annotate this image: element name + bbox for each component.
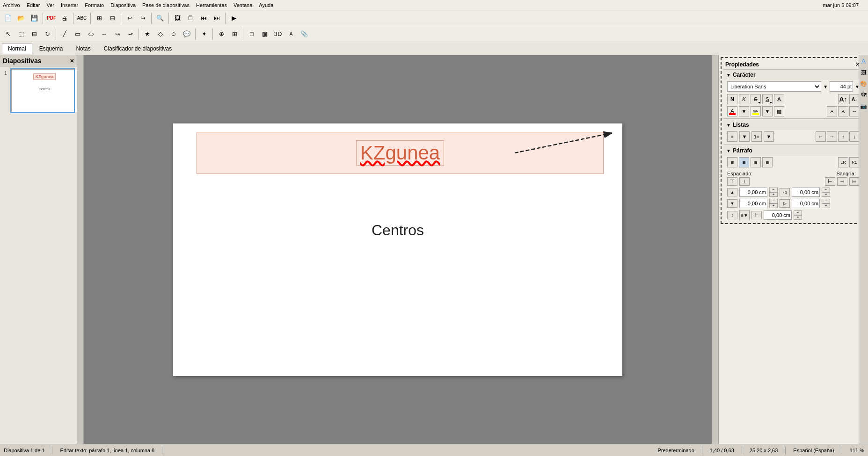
underline-button[interactable]: S ▼ (762, 94, 773, 104)
open-button[interactable]: 📂 (15, 12, 27, 24)
character-section-header[interactable]: ▼ Carácter (723, 70, 863, 80)
slide-dup-button[interactable]: 🗒 (184, 12, 197, 24)
tab-normal[interactable]: Normal (2, 43, 32, 54)
menu-diapositiva[interactable]: Diapositiva (110, 2, 136, 8)
increase-font-button[interactable]: A↑ (838, 94, 848, 104)
menu-herramientas[interactable]: Herramientas (196, 2, 227, 8)
sidebar-close-button[interactable]: × (70, 57, 74, 65)
indent-first-minus[interactable]: − (794, 210, 802, 215)
tab-esquema[interactable]: Esquema (33, 43, 69, 54)
spacing-button[interactable]: ↔ (849, 106, 860, 116)
align-tool[interactable]: ⊟ (28, 28, 40, 40)
unordered-dropdown[interactable]: ▼ (739, 131, 750, 142)
rtl-button[interactable]: RL (849, 157, 860, 167)
new-button[interactable]: 📄 (2, 12, 14, 24)
callout-tool[interactable]: 💬 (181, 28, 193, 40)
vscroll-left[interactable] (77, 55, 84, 444)
select-tool[interactable]: ↖ (2, 28, 14, 40)
spacing-above-plus[interactable]: + (769, 192, 778, 197)
image-properties-icon[interactable]: 🖼 (860, 68, 868, 77)
rect-tool[interactable]: ▭ (72, 28, 84, 40)
glue-tool[interactable]: ⊕ (215, 28, 227, 40)
menu-formato[interactable]: Formato (85, 2, 104, 8)
shadow-off[interactable]: □ (246, 28, 258, 40)
navigator-tool[interactable]: ⊞ (228, 28, 241, 40)
indent-after-minus[interactable]: − (822, 199, 830, 203)
highlight-color-button[interactable]: ✏ (751, 106, 761, 116)
text-properties-icon[interactable]: A (860, 57, 868, 65)
indent-after-input[interactable]: 0,00 cm (792, 199, 820, 208)
highlight-dropdown[interactable]: ▼ (762, 106, 773, 116)
connector-tool[interactable]: ↝ (111, 28, 123, 40)
snap-btn[interactable]: 📎 (298, 28, 310, 40)
shadow-on[interactable]: ▩ (259, 28, 271, 40)
symbol-tool[interactable]: ☺ (168, 28, 180, 40)
redo-button[interactable]: ↪ (137, 12, 149, 24)
menu-ventana[interactable]: Ventana (233, 2, 252, 8)
canvas-area[interactable]: KZgunea Centros (77, 55, 718, 444)
font-color-button[interactable]: A (727, 106, 737, 116)
ordered-list-button[interactable]: 1≡ (751, 131, 762, 142)
align-justify-button[interactable]: ≡ (762, 157, 773, 167)
indent-after-plus[interactable]: + (822, 203, 830, 208)
tab-notas[interactable]: Notas (70, 43, 96, 54)
spellcheck-button[interactable]: ABC (76, 12, 88, 24)
menu-editar[interactable]: Editar (27, 2, 40, 8)
indent-first-input[interactable]: 0,00 cm (764, 210, 792, 220)
menu-pase[interactable]: Pase de diapositivas (142, 2, 190, 8)
save-button[interactable]: 💾 (28, 12, 40, 24)
demote-list-button[interactable]: → (827, 131, 837, 142)
indent-first-plus[interactable]: + (794, 215, 802, 220)
paragraph-section-header[interactable]: ▼ Párrafo (723, 145, 863, 156)
ltr-button[interactable]: LR (838, 157, 848, 167)
present-button[interactable]: ▶ (228, 12, 240, 24)
grid2-button[interactable]: ⊟ (106, 12, 118, 24)
align-right-button[interactable]: ≡ (751, 157, 761, 167)
points-tool[interactable]: ✦ (198, 28, 210, 40)
line-tool[interactable]: ╱ (58, 28, 71, 40)
line-spacing-btn[interactable]: ≡▼ (739, 210, 750, 220)
decrease-font-button[interactable]: A↓ (849, 94, 860, 104)
menu-ver[interactable]: Ver (46, 2, 54, 8)
print-button[interactable]: 🖨 (58, 12, 71, 24)
menu-insertar[interactable]: Insertar (61, 2, 78, 8)
spacing-above-input[interactable]: 0,00 cm (739, 188, 767, 197)
font-size-input[interactable] (830, 81, 853, 92)
indent-before-minus[interactable]: − (822, 188, 830, 192)
3d-btn[interactable]: 3D (272, 28, 284, 40)
spacing-below-plus[interactable]: + (769, 203, 778, 208)
bold-button[interactable]: N (727, 94, 737, 104)
arrow-tool[interactable]: → (98, 28, 110, 40)
spacing-above-minus[interactable]: − (769, 188, 778, 192)
zoom-button[interactable]: 🔍 (154, 12, 166, 24)
flow-tool[interactable]: ◇ (154, 28, 167, 40)
tab-clasificador[interactable]: Clasificador de diapositivas (98, 43, 178, 54)
pdf-button[interactable]: PDF (45, 12, 58, 24)
move-down-button[interactable]: ↓ (849, 131, 860, 142)
rotate-tool[interactable]: ↻ (41, 28, 53, 40)
slide-insert-button[interactable]: 🖼 (171, 12, 183, 24)
align-center-button[interactable]: ≡ (739, 157, 749, 167)
undo-button[interactable]: ↩ (124, 12, 136, 24)
superscript-button[interactable]: A (827, 106, 837, 116)
slide-thumbnail-1[interactable]: 1 KZgunea Centros (11, 69, 74, 112)
strikethrough-button[interactable]: S ▼ (751, 94, 761, 104)
slide-nav1[interactable]: ⏮ (197, 12, 210, 24)
star-tool[interactable]: ★ (141, 28, 153, 40)
taborder-tool[interactable]: ⬚ (15, 28, 27, 40)
navigator-panel-icon[interactable]: 🗺 (860, 91, 868, 99)
unordered-list-button[interactable]: ≡ (727, 131, 737, 142)
vscroll-right[interactable] (712, 55, 718, 444)
slide-title-box[interactable]: KZgunea (197, 132, 604, 174)
connector2-tool[interactable]: ⤻ (124, 28, 136, 40)
slide-nav2[interactable]: ⏭ (211, 12, 223, 24)
indent-before-plus[interactable]: + (822, 192, 830, 197)
move-up-button[interactable]: ↑ (838, 131, 848, 142)
shadow-button[interactable]: A (774, 94, 784, 104)
italic-button[interactable]: K (739, 94, 749, 104)
char-bg-button[interactable]: ▩ (774, 106, 784, 116)
indent-before-input[interactable]: 0,00 cm (792, 188, 820, 197)
style-icon[interactable]: 🎨 (860, 80, 868, 88)
ellipse-tool[interactable]: ⬭ (85, 28, 97, 40)
grid-button[interactable]: ⊞ (93, 12, 105, 24)
